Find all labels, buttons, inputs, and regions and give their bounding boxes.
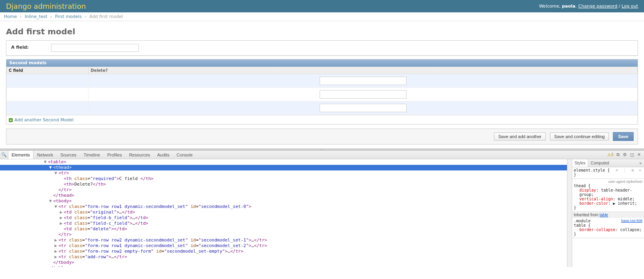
submit-row: [6, 129, 638, 144]
cell-cfield: [7, 88, 89, 101]
elements-tree-line[interactable]: ▶<tr class="form-row row2 dynamic-second…: [0, 237, 567, 243]
rule-module-table: .module base.css:508 table { border-coll…: [572, 218, 644, 238]
rule-selector: .module: [574, 219, 591, 223]
devtools-tab-resources[interactable]: Resources: [125, 150, 154, 159]
inline-input[interactable]: [320, 90, 407, 99]
elements-tree-line[interactable]: ▼<table>: [0, 159, 567, 165]
save-add-another-button[interactable]: [494, 133, 546, 140]
styles-panel: StylesComputed» element.style {+ ⋮ ⚙ ▾ }…: [572, 159, 644, 267]
chevron-right-icon[interactable]: »: [637, 159, 644, 167]
rule-close: }: [574, 206, 642, 210]
css-declaration[interactable]: border-color: ▶ inherit;: [574, 201, 642, 206]
elements-tree-line[interactable]: <th>Delete?</th>: [0, 182, 567, 187]
elements-tree-line[interactable]: ▶<td class="field-b_field">…</td>: [0, 215, 567, 221]
devtools-toolbar: 🔍 ElementsNetworkSourcesTimelineProfiles…: [0, 150, 644, 159]
devtools-tab-sources[interactable]: Sources: [57, 150, 80, 159]
cell-cfield: [7, 101, 89, 115]
devtools-tab-profiles[interactable]: Profiles: [104, 150, 126, 159]
search-icon[interactable]: 🔍: [0, 152, 8, 157]
a-field-input[interactable]: [51, 44, 139, 52]
elements-tree-line[interactable]: </tr>: [0, 232, 567, 237]
logout-link[interactable]: Log out: [622, 4, 638, 9]
console-drawer-icon[interactable]: ⧉: [616, 152, 620, 157]
styles-tab-styles[interactable]: Styles: [572, 159, 588, 167]
gear-icon[interactable]: ⚙: [623, 152, 627, 157]
user-tools: Welcome, paola. Change password / Log ou…: [539, 4, 638, 9]
rule-source-link[interactable]: base.css:508: [621, 219, 642, 223]
styles-tab-computed[interactable]: Computed: [588, 159, 611, 167]
inherited-from: Inherited from table: [572, 212, 644, 218]
add-row: +Add another Second Model: [6, 115, 638, 124]
breadcrumb-app[interactable]: Inline_test: [25, 14, 47, 19]
inline-input[interactable]: [320, 77, 407, 85]
devtools-tab-console[interactable]: Console: [173, 150, 196, 159]
devtools-tab-network[interactable]: Network: [34, 150, 57, 159]
rule-element-style: element.style {+ ⋮ ⚙ ▾ }: [572, 167, 644, 179]
elements-panel[interactable]: ▼<table> ▼<thead> ▼<tr> <th class="requi…: [0, 159, 567, 267]
elements-tree-line[interactable]: ▼<tr>: [0, 170, 567, 176]
fieldset-main: A field:: [6, 40, 638, 56]
devtools-tab-audits[interactable]: Audits: [154, 150, 173, 159]
devtools: 🔍 ElementsNetworkSourcesTimelineProfiles…: [0, 150, 644, 267]
warning-count: 3: [611, 152, 613, 157]
rule-uas-thead: user agent stylesheet thead { display: t…: [572, 179, 644, 212]
welcome-text: Welcome,: [539, 4, 561, 9]
elements-tree-line[interactable]: ▼<tbody>: [0, 198, 567, 204]
django-header: Django administration Welcome, paola. Ch…: [0, 0, 644, 12]
plus-icon: +: [9, 118, 13, 122]
save-button[interactable]: [613, 132, 634, 141]
breadcrumb-home[interactable]: Home: [4, 14, 17, 19]
inline-second-models: Second models C field Delete?: [6, 59, 638, 125]
rule-selector: table {: [574, 223, 642, 228]
close-icon[interactable]: ✕: [637, 152, 641, 157]
rule-toolbar-icons[interactable]: + ⋮ ⚙ ▾: [616, 168, 642, 172]
elements-tree-line[interactable]: </table>: [0, 265, 567, 267]
a-field-label: A field:: [11, 44, 51, 50]
elements-tree-line[interactable]: <th class="required">C field </th>: [0, 176, 567, 182]
save-continue-button[interactable]: [550, 133, 609, 140]
elements-tree-line[interactable]: ▶<tr class="form-row row1 dynamic-second…: [0, 243, 567, 249]
elements-tree-line[interactable]: ▶<td class="original">…</td>: [0, 210, 567, 215]
cell-delete: [89, 101, 638, 115]
breadcrumb-model[interactable]: First models: [55, 14, 82, 19]
elements-tree-line[interactable]: ▼<thead>: [0, 165, 567, 170]
change-password-link[interactable]: Change password: [578, 4, 617, 9]
add-another-link[interactable]: Add another Second Model: [14, 117, 73, 123]
elements-tree-line[interactable]: ▶<tr class="add-row">…</tr>: [0, 254, 567, 260]
devtools-tabs: ElementsNetworkSourcesTimelineProfilesRe…: [8, 150, 196, 159]
rule-source: user agent stylesheet: [574, 180, 642, 184]
styles-tabs: StylesComputed»: [572, 159, 644, 167]
elements-tree-line[interactable]: ▼<tr class="form-row row1 dynamic-second…: [0, 204, 567, 210]
elements-tree-line[interactable]: </thead>: [0, 193, 567, 198]
content: Add first model A field: Second models C…: [0, 21, 644, 148]
page-title: Add first model: [6, 27, 638, 36]
inline-title: Second models: [6, 59, 638, 67]
breadcrumb-sep: ›: [85, 14, 86, 19]
devtools-right-icons: ⚠3 ⧉ ⚙ ◫ ✕: [607, 152, 644, 157]
css-declaration[interactable]: border-collapse: collapse;: [574, 228, 642, 232]
table-row: [7, 88, 638, 101]
elements-tree-line[interactable]: <td class="delete"></td>: [0, 226, 567, 232]
cell-delete: [89, 88, 638, 101]
elements-tree-line[interactable]: </tr>: [0, 187, 567, 193]
devtools-tab-elements[interactable]: Elements: [8, 150, 34, 159]
breadcrumb-sep: ›: [20, 14, 22, 19]
css-declaration[interactable]: vertical-align: middle;: [574, 197, 642, 201]
rule-close: }: [574, 232, 642, 236]
warning-badge[interactable]: ⚠3: [607, 152, 613, 157]
inline-input[interactable]: [320, 104, 407, 112]
devtools-tab-timeline[interactable]: Timeline: [80, 150, 104, 159]
table-row: [7, 101, 638, 115]
form-row-a-field: A field:: [6, 41, 638, 55]
elements-tree-line[interactable]: ▶<td class="field-c_field">…</td>: [0, 221, 567, 226]
elements-tree-line[interactable]: </tbody>: [0, 260, 567, 265]
inherited-link[interactable]: table: [599, 213, 608, 217]
css-declaration[interactable]: display: table-header-group;: [574, 188, 642, 197]
th-delete: Delete?: [89, 67, 638, 74]
elements-scrollbar[interactable]: [567, 159, 572, 267]
elements-tree-line[interactable]: ▶<tr class="form-row row2 empty-form" id…: [0, 249, 567, 254]
branding: Django administration: [6, 2, 86, 10]
dock-icon[interactable]: ◫: [630, 152, 634, 157]
inline-table: C field Delete?: [6, 67, 638, 115]
breadcrumb-sep: ›: [50, 14, 52, 19]
